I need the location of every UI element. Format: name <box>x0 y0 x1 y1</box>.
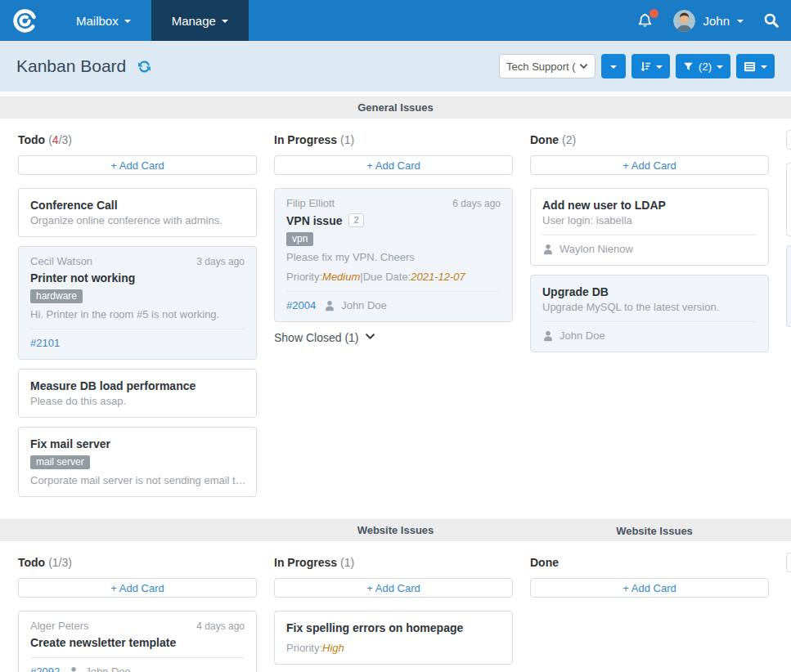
ticket-link[interactable]: #2092 <box>30 665 60 672</box>
ticket-link[interactable]: #2101 <box>30 337 60 349</box>
board-select[interactable]: Tech Support ( <box>499 54 595 78</box>
app-logo[interactable] <box>8 7 41 34</box>
card-title: Conference Call <box>30 199 245 212</box>
avatar <box>673 10 695 32</box>
add-card-button[interactable]: + Add Card <box>786 130 791 150</box>
tag-label: vpn <box>286 232 313 246</box>
add-card-button[interactable]: + Add Card <box>786 553 791 572</box>
column-count: (1) <box>340 556 354 569</box>
kanban-card[interactable]: Add new user to LDAPUser login: isabella… <box>530 188 769 266</box>
column-name: Done <box>530 556 559 569</box>
nav-mailbox[interactable]: Mailbox <box>56 0 151 41</box>
chevron-down-icon <box>579 63 588 69</box>
card-title: VPN issue2 <box>286 213 501 227</box>
nav-manage-label: Manage <box>172 14 216 28</box>
user-menu[interactable]: John <box>673 10 744 32</box>
page-title: Kanban Board <box>16 56 126 76</box>
board-select-value: Tech Support ( <box>506 60 576 73</box>
caret-down-icon <box>222 20 228 23</box>
top-navbar: Mailbox Manage <box>0 0 791 41</box>
column-count: (1/3) <box>48 556 72 569</box>
count-over-limit: 4 <box>52 133 59 146</box>
kanban-card[interactable]: Upgrade DBUpgrade MySQL to the latest ve… <box>530 275 769 352</box>
column-name: In Progress <box>274 556 337 569</box>
person-icon <box>542 330 554 342</box>
kanban-card[interactable] <box>786 245 791 327</box>
add-card-button[interactable]: + Add Card <box>274 578 513 598</box>
column-count: (2) <box>562 133 576 146</box>
customer-name: Filip Elliott <box>286 197 335 209</box>
kanban-card[interactable]: Cecil Watson3 days agoPrinter not workin… <box>18 246 257 360</box>
card-title: Fix mail server <box>30 437 245 450</box>
section-title: Website Issues <box>616 524 693 536</box>
sort-amount-icon <box>639 60 651 73</box>
board-column-todo: Todo(1/3)+ Add CardAlger Peters4 days ag… <box>18 553 257 672</box>
board-column-partial: + Add Card <box>786 130 791 336</box>
view-button[interactable] <box>736 54 775 78</box>
filter-button[interactable]: (2) <box>676 54 730 78</box>
card-title: Create newsletter template <box>30 636 245 649</box>
refresh-button[interactable] <box>137 60 151 74</box>
card-meta-row: Alger Peters4 days ago <box>30 620 245 632</box>
add-card-button[interactable]: + Add Card <box>530 578 769 598</box>
column-count: (4/3) <box>48 133 72 146</box>
ticket-link[interactable]: #2004 <box>286 299 316 311</box>
column-header: In Progress(1) <box>274 556 513 569</box>
kanban-card[interactable]: Fix mail servermail serverCorporate mail… <box>18 427 257 497</box>
add-card-button[interactable]: + Add Card <box>18 155 257 175</box>
assignee-name: John Doe <box>560 329 605 342</box>
card-title: Measure DB load performance <box>30 379 245 392</box>
due-date-value: 2021-12-07 <box>411 271 465 283</box>
assignee-name: John Doe <box>85 665 131 672</box>
sort-button[interactable] <box>631 54 670 78</box>
card-priority-line: Priority:High <box>286 642 501 654</box>
board-columns-row: Todo(1/3)+ Add CardAlger Peters4 days ag… <box>0 541 791 672</box>
card-footer: #2092John Doe <box>30 665 245 672</box>
column-count: (1) <box>340 133 354 146</box>
card-title-text: Conference Call <box>30 199 118 212</box>
card-age: 6 days ago <box>452 198 501 209</box>
search-button[interactable] <box>763 12 780 29</box>
column-name: Todo <box>18 133 45 146</box>
kanban-card[interactable]: Fix spelling errors on homepagePriority:… <box>274 611 513 665</box>
card-title: Printer not working <box>30 271 245 284</box>
column-header: Todo(4/3) <box>18 133 257 146</box>
card-title: Fix spelling errors on homepage <box>286 621 501 634</box>
card-divider <box>30 329 245 329</box>
board-column-in-progress: In Progress(1)+ Add CardFix spelling err… <box>274 553 513 672</box>
chevron-down-icon <box>365 331 375 344</box>
customer-name: Cecil Watson <box>30 255 92 267</box>
priority-value: Medium <box>322 271 360 283</box>
board-actions-button[interactable] <box>601 54 626 78</box>
card-title: Add new user to LDAP <box>542 199 757 212</box>
kanban-card[interactable]: Conference CallOrganize online conferenc… <box>18 188 257 237</box>
add-card-button[interactable]: + Add Card <box>18 578 257 598</box>
card-priority-line: Priority:Medium|Due Date:2021-12-07 <box>286 271 501 283</box>
add-card-button[interactable]: + Add Card <box>274 155 513 175</box>
kanban-card[interactable]: Alger Peters4 days agoCreate newsletter … <box>18 611 257 672</box>
board-columns-row: Todo(4/3)+ Add CardConference CallOrgani… <box>0 119 791 514</box>
kanban-card[interactable]: Filip Elliott6 days agoVPN issue2vpnPlea… <box>274 188 513 322</box>
card-title-text: Measure DB load performance <box>30 379 196 392</box>
board-column-todo: Todo(4/3)+ Add CardConference CallOrgani… <box>18 130 257 506</box>
card-description: Hi. Printer in the room #5 is not workin… <box>30 308 245 320</box>
filter-funnel-icon <box>683 61 694 72</box>
caret-down-icon <box>124 20 131 23</box>
column-name: In Progress <box>274 133 337 146</box>
kanban-card[interactable] <box>786 163 791 236</box>
assignee-name: Waylon Nienow <box>560 243 633 255</box>
column-count-text: (1) <box>340 556 354 569</box>
spiral-logo-icon <box>11 7 38 34</box>
show-closed-toggle[interactable]: Show Closed (1) <box>274 331 513 344</box>
add-card-button[interactable]: + Add Card <box>530 155 769 175</box>
caret-down-icon <box>737 20 744 23</box>
notification-badge <box>649 9 658 18</box>
card-divider <box>542 321 757 322</box>
priority-value: High <box>322 642 344 654</box>
nav-manage[interactable]: Manage <box>151 0 249 41</box>
board-column-partial: + Add Card <box>786 553 791 585</box>
column-header: Done <box>530 556 769 569</box>
notifications-button[interactable] <box>636 12 654 29</box>
card-title-text: Fix spelling errors on homepage <box>286 621 463 634</box>
kanban-card[interactable]: Measure DB load performancePlease do thi… <box>18 369 257 418</box>
